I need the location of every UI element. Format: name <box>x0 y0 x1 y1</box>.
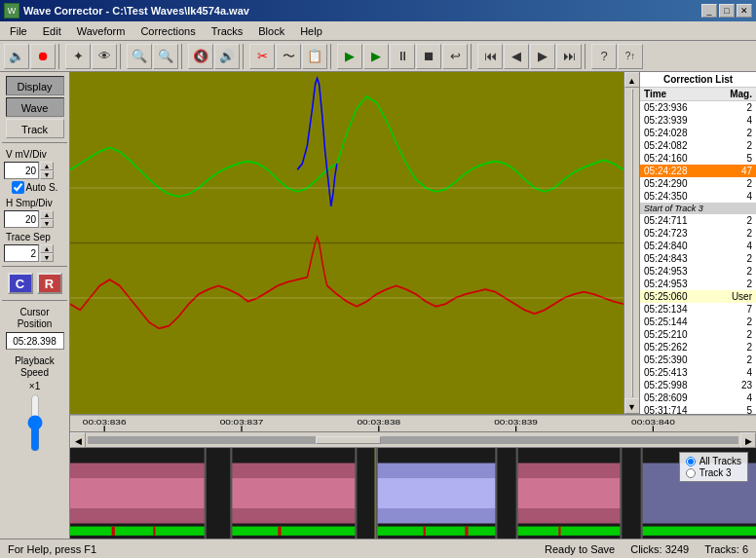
wave-button[interactable]: Wave <box>6 97 64 117</box>
list-item[interactable]: 05:28:6094 <box>640 391 756 404</box>
menu-file[interactable]: File <box>2 23 35 39</box>
tb-mute-btn[interactable]: 🔈 <box>4 44 29 69</box>
menu-edit[interactable]: Edit <box>35 23 69 39</box>
list-item[interactable]: 05:24:3504 <box>640 190 756 203</box>
auto-s-checkbox[interactable] <box>12 181 24 194</box>
tb-sep2 <box>120 44 124 69</box>
list-item[interactable]: Start of Track 3 <box>640 203 756 214</box>
menu-waveform[interactable]: Waveform <box>69 23 133 39</box>
h-down-btn[interactable]: ▼ <box>40 219 54 228</box>
display-label: Display <box>6 76 64 95</box>
tb-search-btn[interactable]: 🔍 <box>127 44 152 69</box>
playback-speed-value: ×1 <box>29 381 40 391</box>
tb-rew-btn[interactable]: ⏮ <box>477 44 503 69</box>
tb-play2-btn[interactable]: ▶ <box>363 44 389 69</box>
trace-up-btn[interactable]: ▲ <box>40 244 54 253</box>
svg-rect-28 <box>377 527 497 536</box>
tb-cut-btn[interactable]: ✂ <box>249 44 275 69</box>
minimize-button[interactable]: _ <box>701 4 717 18</box>
cl-rows-container[interactable]: 05:23:936205:23:939405:24:028205:24:0822… <box>640 101 756 414</box>
svg-rect-34 <box>424 527 426 536</box>
all-tracks-radio[interactable] <box>686 457 696 466</box>
list-item[interactable]: 05:25:1442 <box>640 316 756 328</box>
list-item[interactable]: 05:25:4134 <box>640 366 756 379</box>
tb-vol-btn[interactable]: 🔊 <box>214 44 240 69</box>
list-item[interactable]: 05:24:7232 <box>640 227 756 240</box>
center-area: ▲ ▼ Correction List Time Mag. 05:23:9362… <box>70 72 756 539</box>
vscroll-down-btn[interactable]: ▼ <box>624 398 640 414</box>
list-item[interactable]: 05:25:99823 <box>640 379 756 391</box>
list-item[interactable]: 05:24:22847 <box>640 165 756 177</box>
list-item[interactable]: 05:25:1347 <box>640 303 756 316</box>
vscroll-thumb[interactable] <box>631 89 633 397</box>
c-button[interactable]: C <box>8 273 33 294</box>
tb-mute2-btn[interactable]: 🔇 <box>188 44 213 69</box>
cursor-position-value: 05:28.398 <box>6 332 64 350</box>
menu-block[interactable]: Block <box>250 23 292 39</box>
wave-canvas[interactable] <box>70 72 624 414</box>
list-item[interactable]: 05:31:7145 <box>640 404 756 414</box>
list-item[interactable]: 05:24:7112 <box>640 214 756 227</box>
menubar: File Edit Waveform Corrections Tracks Bl… <box>0 21 756 41</box>
list-item[interactable]: 05:24:9532 <box>640 278 756 290</box>
list-item[interactable]: 05:24:0282 <box>640 127 756 139</box>
playback-slider[interactable] <box>27 393 43 452</box>
list-item[interactable]: 05:24:8432 <box>640 252 756 265</box>
hscroll-track[interactable] <box>88 436 738 444</box>
list-item[interactable]: 05:24:8404 <box>640 240 756 252</box>
tb-stop-btn[interactable]: ⏹ <box>416 44 441 69</box>
list-item[interactable]: 05:25:2622 <box>640 341 756 353</box>
vscroll-up-btn[interactable]: ▲ <box>624 72 640 88</box>
hscroll-right-btn[interactable]: ▶ <box>740 432 756 448</box>
tb-play-btn[interactable]: ▶ <box>337 44 362 69</box>
hscroll-thumb[interactable] <box>316 436 381 444</box>
maximize-button[interactable]: □ <box>719 4 735 18</box>
tb-paste-btn[interactable]: 📋 <box>302 44 327 69</box>
r-button[interactable]: R <box>37 273 62 294</box>
hscroll-left-btn[interactable]: ◀ <box>70 432 86 448</box>
h-up-btn[interactable]: ▲ <box>40 210 54 219</box>
track-button[interactable]: Track <box>6 119 64 138</box>
list-item[interactable]: 05:25:060User <box>640 290 756 303</box>
tb-back-btn[interactable]: ↩ <box>442 44 468 69</box>
trace-down-btn[interactable]: ▼ <box>40 253 54 262</box>
menu-corrections[interactable]: Corrections <box>132 23 203 39</box>
v-input[interactable] <box>4 162 39 179</box>
v-down-btn[interactable]: ▼ <box>40 170 54 179</box>
menu-help[interactable]: Help <box>292 23 330 39</box>
list-item[interactable]: 05:23:9394 <box>640 114 756 127</box>
trace-input[interactable] <box>4 244 39 262</box>
tb-pause-btn[interactable]: ⏸ <box>390 44 415 69</box>
v-mv-div-label: V mV/Div <box>2 149 67 160</box>
titlebar: W Wave Corrector - C:\Test Waves\lk4574a… <box>0 0 756 21</box>
tb-prev-btn[interactable]: ◀ <box>504 44 529 69</box>
auto-s-row: Auto S. <box>10 181 60 194</box>
tb-help-btn[interactable]: ? <box>591 44 617 69</box>
svg-rect-35 <box>465 527 468 536</box>
tb-help2-btn[interactable]: ?↑ <box>618 44 643 69</box>
list-item[interactable]: 05:23:9362 <box>640 101 756 114</box>
h-input[interactable] <box>4 210 39 228</box>
list-item[interactable]: 05:24:0822 <box>640 139 756 152</box>
list-item[interactable]: 05:24:1605 <box>640 152 756 165</box>
svg-rect-31 <box>112 527 115 536</box>
list-item[interactable]: 05:25:3902 <box>640 353 756 366</box>
tb-ff-btn[interactable]: ⏭ <box>556 44 582 69</box>
trace-spinner-btns: ▲ ▼ <box>40 244 54 262</box>
tb-wave-btn[interactable]: 〜 <box>276 44 301 69</box>
tb-opt-btn[interactable]: ✦ <box>65 44 91 69</box>
track3-radio[interactable] <box>686 468 696 478</box>
v-up-btn[interactable]: ▲ <box>40 162 54 170</box>
list-item[interactable]: 05:24:9532 <box>640 265 756 278</box>
tb-record-btn[interactable]: ⏺ <box>30 44 56 69</box>
svg-rect-33 <box>278 527 281 536</box>
overview-canvas[interactable]: All Tracks Track 3 <box>70 448 756 539</box>
menu-tracks[interactable]: Tracks <box>204 23 251 39</box>
list-item[interactable]: 05:24:2902 <box>640 177 756 190</box>
tb-next-btn[interactable]: ▶ <box>530 44 555 69</box>
tb-search2-btn[interactable]: 🔍 <box>153 44 178 69</box>
tb-eye-btn[interactable]: 👁 <box>92 44 117 69</box>
close-button[interactable]: ✕ <box>737 4 752 18</box>
playback-speed-label: PlaybackSpeed <box>15 355 55 379</box>
list-item[interactable]: 05:25:2102 <box>640 328 756 341</box>
